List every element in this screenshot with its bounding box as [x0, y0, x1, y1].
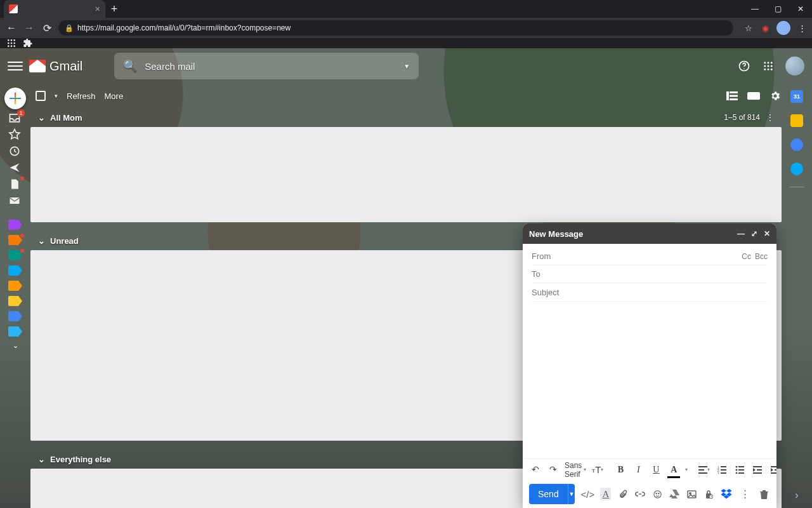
window-close-icon[interactable]: ✕ [789, 0, 812, 18]
profile-avatar[interactable] [776, 21, 790, 35]
inbox-icon[interactable]: 1 [8, 112, 22, 123]
compose-body[interactable] [523, 302, 776, 458]
redo-icon[interactable]: ↷ [547, 463, 560, 477]
svg-rect-41 [738, 472, 744, 474]
google-apps-icon[interactable] [761, 59, 775, 73]
label-4-icon[interactable]: .rail-label[data-name="label-4-icon"]:be… [8, 265, 22, 276]
window-maximize-icon[interactable]: ▢ [766, 0, 789, 18]
addon-icon[interactable] [790, 163, 803, 175]
indent-more-icon[interactable] [769, 463, 776, 477]
window-minimize-icon[interactable]: — [743, 0, 766, 18]
label-3-icon[interactable]: .rail-label[data-name="label-3-icon"]:be… [8, 250, 22, 260]
label-8-icon[interactable]: .rail-label[data-name="label-8-icon"]:be… [8, 326, 22, 337]
extensions-puzzle-icon[interactable] [23, 38, 33, 48]
label-5-icon[interactable]: .rail-label[data-name="label-5-icon"]:be… [8, 281, 22, 291]
nav-back-icon[interactable]: ← [5, 22, 18, 34]
svg-point-15 [768, 65, 769, 67]
snoozed-icon[interactable] [8, 145, 22, 156]
star-icon[interactable]: ☆ [743, 23, 754, 33]
support-icon[interactable] [737, 59, 751, 73]
keep-icon[interactable] [790, 114, 803, 127]
insert-link-icon[interactable] [635, 488, 646, 500]
numbered-list-icon[interactable]: 123 [716, 463, 728, 477]
attach-file-icon[interactable] [617, 488, 628, 500]
message-list-panel[interactable] [30, 127, 782, 222]
more-labels-icon[interactable]: ⌄ [8, 342, 22, 350]
hide-panel-icon[interactable]: › [789, 488, 804, 503]
discard-draft-icon[interactable] [757, 488, 770, 500]
drafts-icon[interactable] [8, 178, 22, 189]
dropbox-icon[interactable] [721, 488, 732, 500]
select-dropdown-icon[interactable]: ▾ [55, 93, 58, 99]
gmail-logo[interactable]: Gmail [29, 59, 82, 74]
text-format-icon[interactable]: A [600, 488, 611, 500]
label-6-icon[interactable]: .rail-label[data-name="label-6-icon"]:be… [8, 296, 22, 306]
new-tab-button[interactable]: + [105, 0, 123, 18]
send-button[interactable]: Send ▼ [529, 484, 575, 504]
svg-point-3 [8, 43, 10, 44]
insert-emoji-icon[interactable] [652, 488, 663, 500]
to-input[interactable] [540, 269, 768, 279]
main-menu-icon[interactable] [8, 58, 23, 74]
input-tools-icon[interactable] [747, 90, 760, 102]
select-all-checkbox[interactable] [36, 91, 46, 101]
subject-input[interactable] [532, 288, 768, 297]
starred-icon[interactable] [8, 128, 22, 140]
tab-close-icon[interactable]: × [95, 4, 100, 14]
apps-icon[interactable] [6, 38, 16, 48]
send-options-icon[interactable]: ▼ [568, 484, 575, 504]
collapse-icon[interactable]: ⌄ [38, 236, 45, 246]
sent-icon[interactable] [8, 161, 22, 173]
search-input[interactable]: 🔍 Search mail ▼ [114, 53, 419, 79]
section-menu-icon[interactable]: ⋮ [766, 113, 774, 122]
insert-drive-icon[interactable] [669, 488, 680, 500]
insert-photo-icon[interactable] [686, 488, 697, 500]
bullet-list-icon[interactable] [733, 463, 746, 477]
refresh-button[interactable]: Refresh [67, 91, 96, 101]
more-options-icon[interactable]: ⋮ [738, 488, 751, 500]
label-7-icon[interactable]: .rail-label[data-name="label-7-icon"]:be… [8, 311, 22, 321]
browser-tab[interactable]: × [4, 0, 105, 18]
nav-reload-icon[interactable]: ⟳ [41, 22, 53, 34]
settings-gear-icon[interactable] [769, 90, 782, 102]
italic-icon[interactable]: I [632, 463, 645, 477]
svg-point-7 [11, 45, 13, 47]
all-mail-icon[interactable] [8, 194, 22, 206]
text-color-icon[interactable]: A [667, 463, 680, 477]
svg-text:3: 3 [717, 472, 719, 474]
label-2-icon[interactable]: .rail-label[data-name="label-2-icon"]:be… [8, 235, 22, 245]
font-family-select[interactable]: Sans Serif▾ [565, 461, 586, 479]
undo-icon[interactable]: ↶ [529, 463, 542, 477]
compose-close-icon[interactable]: ✕ [764, 229, 770, 238]
indent-less-icon[interactable] [751, 463, 764, 477]
compose-fullscreen-icon[interactable]: ⤢ [751, 229, 757, 238]
address-bar[interactable]: 🔒 https://mail.google.com/mail/u/0/?tab=… [58, 20, 733, 36]
split-pane-icon[interactable] [726, 90, 738, 102]
svg-point-19 [771, 69, 773, 70]
from-label[interactable]: From [532, 251, 551, 261]
label-1-icon[interactable]: .rail-label[style*="a142f4"]:before{back… [8, 220, 22, 230]
get-addons-icon[interactable]: + [793, 211, 801, 225]
underline-icon[interactable]: U [650, 463, 662, 477]
chrome-menu-icon[interactable]: ⋮ [797, 23, 807, 33]
bold-icon[interactable]: B [614, 463, 627, 477]
tasks-icon[interactable] [790, 138, 803, 151]
compose-button[interactable] [4, 88, 26, 109]
compose-minimize-icon[interactable]: — [737, 229, 745, 238]
calendar-icon[interactable]: 31 [790, 90, 803, 103]
more-button[interactable]: More [105, 91, 124, 101]
gmail-envelope-icon [29, 60, 46, 72]
code-formatting-icon[interactable]: </> [581, 488, 594, 500]
account-avatar[interactable] [785, 57, 804, 76]
search-options-icon[interactable]: ▼ [403, 63, 410, 70]
bcc-button[interactable]: Bcc [755, 252, 768, 261]
cc-button[interactable]: Cc [742, 252, 751, 261]
font-size-icon[interactable]: тT▾ [591, 463, 604, 477]
extension-icon[interactable]: ◉ [760, 23, 770, 33]
align-icon[interactable]: ▾ [698, 463, 710, 477]
section-all-mom-header[interactable]: ⌄ All Mom 1–5 of 814 ⋮ [30, 108, 782, 127]
collapse-icon[interactable]: ⌄ [38, 455, 45, 464]
plus-icon [10, 93, 21, 104]
confidential-mode-icon[interactable] [704, 488, 714, 500]
collapse-icon[interactable]: ⌄ [38, 113, 45, 123]
